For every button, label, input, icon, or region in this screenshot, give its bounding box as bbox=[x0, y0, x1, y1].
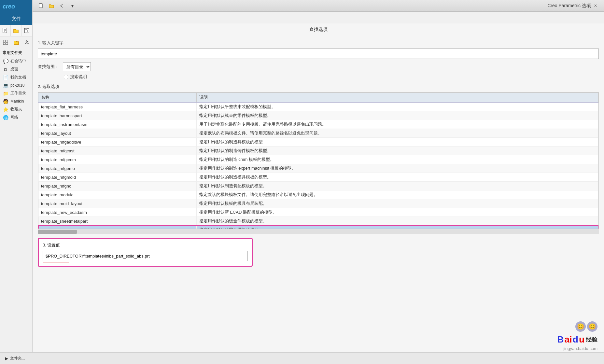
sidebar-item-收藏夹[interactable]: ⭐收藏夹 bbox=[0, 105, 32, 113]
table-cell-name: template_mfgmold bbox=[38, 173, 197, 182]
table-row[interactable]: template_harnesspart指定用作默认线束的零件模板的模型。 bbox=[38, 111, 598, 120]
face-icon-2: 😊 bbox=[587, 321, 597, 332]
bottom-label: 文件夹... bbox=[10, 356, 25, 361]
svg-rect-5 bbox=[25, 28, 27, 30]
sidebar-icon-bar: 文 bbox=[0, 36, 32, 48]
table-cell-desc: 指定默认的模块模板文件。请使用完整路径名以避免出现问题。 bbox=[196, 190, 598, 199]
search-desc-checkbox[interactable] bbox=[64, 75, 68, 79]
search-input[interactable] bbox=[38, 49, 599, 59]
filter-select[interactable]: 所有目录 bbox=[63, 62, 91, 71]
folder-icon[interactable] bbox=[11, 36, 21, 48]
table-cell-desc: 指定用作默认的制造铸件模板的模型。 bbox=[196, 147, 598, 155]
table-cell-desc: 指定用作默认的制造 cmm 模板的模型。 bbox=[196, 155, 598, 164]
table-cell-desc: 指定用作默认的制造具模板的模型 bbox=[196, 138, 598, 147]
table-row[interactable]: template_module指定默认的模块模板文件。请使用完整路径名以避免出现… bbox=[38, 190, 598, 199]
table-row[interactable]: template_flat_harness指定用作默认平整线束装配模板的模型。 bbox=[38, 102, 598, 111]
sidebar-top-bar: creo bbox=[0, 0, 32, 13]
table-cell-name: template_sheetmetalpart bbox=[38, 217, 197, 226]
sidebar: creo 文件 文 常用文件夹 💬在会话中🖥桌面📄我的文档💻pc-2018📁工作… bbox=[0, 0, 33, 364]
back-toolbar-btn[interactable] bbox=[57, 2, 66, 10]
table-row[interactable]: template_mfgcast指定用作默认的制造铸件模板的模型。 bbox=[38, 147, 598, 155]
new-button[interactable] bbox=[0, 25, 11, 36]
file-menu-button[interactable]: 文件 bbox=[0, 13, 32, 25]
sidebar-toolbar bbox=[0, 25, 32, 36]
table-row[interactable]: template_solidpart指定用作默认的零件模板的模型。 bbox=[38, 226, 598, 229]
save-button[interactable] bbox=[21, 25, 32, 36]
open-button[interactable] bbox=[11, 25, 21, 36]
table-cell-desc: 指定用作默认的制造 expert machinist 模板的模型。 bbox=[196, 164, 598, 173]
sidebar-item-icon: 🧑 bbox=[3, 99, 8, 104]
table-row[interactable]: template_instrumentasm用于指定物联化装配的专用模板。请使用… bbox=[38, 120, 598, 129]
table-row[interactable]: template_mfgnc指定用作默认制造装配模板的模型。 bbox=[38, 182, 598, 190]
close-dialog-button[interactable]: × bbox=[591, 2, 600, 10]
sidebar-item-label: Manikin bbox=[10, 99, 24, 104]
sidebar-item-网络[interactable]: 🌐网络 bbox=[0, 113, 32, 121]
section1-label: 1. 输入关键字 bbox=[38, 40, 599, 46]
file-label-icon: 文 bbox=[21, 36, 32, 48]
new-file-toolbar-btn[interactable] bbox=[36, 2, 46, 10]
sidebar-section-label: 常用文件夹 bbox=[0, 48, 32, 57]
dialog-toolbar: ▾ bbox=[36, 0, 547, 12]
filter-label: 查找范围： bbox=[38, 64, 59, 70]
table-cell-name: template_module bbox=[38, 190, 197, 199]
table-row[interactable]: template_mfgcmm指定用作默认的制造 cmm 模板的模型。 bbox=[38, 155, 598, 164]
sidebar-item-label: 在会话中 bbox=[10, 58, 26, 64]
table-row[interactable]: template_mfgmold指定用作默认的制造模具模板的模型。 bbox=[38, 173, 598, 182]
section3-label: 3. 设置值 bbox=[43, 242, 248, 248]
horizontal-scrollbar[interactable] bbox=[38, 229, 599, 234]
table-row[interactable]: template_sheetmetalpart指定用作默认的钣金件模板的模型。 bbox=[38, 217, 598, 226]
svg-rect-7 bbox=[3, 40, 5, 42]
table-cell-desc: 指定用作默认模板的模具布局装配。 bbox=[196, 199, 598, 208]
sidebar-item-icon: 🖥 bbox=[3, 67, 8, 72]
table-cell-name: template_new_ecadasm bbox=[38, 208, 197, 217]
dialog-titlebar: ▾ Creo Parametric 选项 × bbox=[33, 0, 604, 12]
table-body: template_flat_harness指定用作默认平整线束装配模板的模型。t… bbox=[38, 102, 598, 229]
table-cell-desc: 用于指定物联化装配的专用模板。请使用完整路径以避免出现问题。 bbox=[196, 120, 598, 129]
sidebar-item-icon: 🌐 bbox=[3, 115, 8, 120]
dropdown-toolbar-btn[interactable]: ▾ bbox=[68, 2, 77, 10]
sidebar-item-工作目录[interactable]: 📁工作目录 bbox=[0, 89, 32, 97]
sidebar-item-pc-2018[interactable]: 💻pc-2018 bbox=[0, 81, 32, 89]
table-cell-name: template_harnesspart bbox=[38, 111, 197, 120]
open-toolbar-btn[interactable] bbox=[47, 2, 56, 10]
grid-view-icon[interactable] bbox=[0, 36, 11, 48]
table-row[interactable]: template_new_ecadasm指定用作默认新 ECAD 装配模板的模型… bbox=[38, 208, 598, 217]
table-cell-name: template_mold_layout bbox=[38, 199, 197, 208]
scroll-thumb-horizontal[interactable] bbox=[38, 230, 77, 234]
table-cell-name: template_flat_harness bbox=[38, 102, 197, 111]
table-cell-name: template_solidpart bbox=[38, 226, 197, 229]
sidebar-item-icon: 📄 bbox=[3, 75, 8, 80]
value-input[interactable] bbox=[43, 251, 248, 261]
table-cell-name: template_mfgemo bbox=[38, 164, 197, 173]
checkbox-row: 搜索说明 bbox=[64, 74, 599, 80]
table-cell-desc: 指定用作默认的制造模具模板的模型。 bbox=[196, 173, 598, 182]
table-row[interactable]: template_layout指定默认的布局模板文件。请使用完整的路径名以避免出… bbox=[38, 129, 598, 138]
sidebar-item-在会话中[interactable]: 💬在会话中 bbox=[0, 57, 32, 65]
sidebar-item-label: 网络 bbox=[10, 115, 18, 120]
col-header-1: 说明 bbox=[196, 93, 598, 103]
sidebar-item-Manikin[interactable]: 🧑Manikin bbox=[0, 97, 32, 105]
svg-rect-8 bbox=[6, 40, 8, 42]
table-cell-name: template_mfgadditive bbox=[38, 138, 197, 147]
table-row[interactable]: template_mold_layout指定用作默认模板的模具布局装配。 bbox=[38, 199, 598, 208]
table-cell-desc: 指定用作默认平整线束装配模板的模型。 bbox=[196, 102, 598, 111]
filter-row: 查找范围： 所有目录 bbox=[38, 62, 599, 71]
svg-rect-9 bbox=[3, 43, 5, 45]
table-row[interactable]: template_mfgemo指定用作默认的制造 expert machinis… bbox=[38, 164, 598, 173]
value-section: 3. 设置值 bbox=[38, 238, 253, 267]
sidebar-item-我的文档[interactable]: 📄我的文档 bbox=[0, 73, 32, 81]
main-dialog: ▾ Creo Parametric 选项 × 查找选项 1. 输入关键字 查找范… bbox=[33, 0, 604, 364]
table-cell-desc: 指定用作默认的钣金件模板的模型。 bbox=[196, 217, 598, 226]
sidebar-item-label: 桌面 bbox=[10, 66, 18, 72]
svg-rect-6 bbox=[27, 30, 28, 32]
watermark-site: jingyan.baidu.com bbox=[563, 346, 597, 351]
options-content: 1. 输入关键字 查找范围： 所有目录 搜索说明 2. 选取选项 名称说明 bbox=[33, 36, 604, 271]
table-row[interactable]: template_mfgadditive指定用作默认的制造具模板的模型 bbox=[38, 138, 598, 147]
bottom-expand-item[interactable]: ▶ 文件夹... bbox=[3, 354, 28, 362]
options-table-container[interactable]: 名称说明 template_flat_harness指定用作默认平整线束装配模板… bbox=[38, 92, 599, 229]
creo-logo: creo bbox=[3, 3, 15, 10]
sidebar-item-label: 工作目录 bbox=[10, 91, 26, 96]
table-cell-name: template_mfgcmm bbox=[38, 155, 197, 164]
sidebar-item-桌面[interactable]: 🖥桌面 bbox=[0, 65, 32, 73]
checkbox-label: 搜索说明 bbox=[70, 74, 87, 80]
